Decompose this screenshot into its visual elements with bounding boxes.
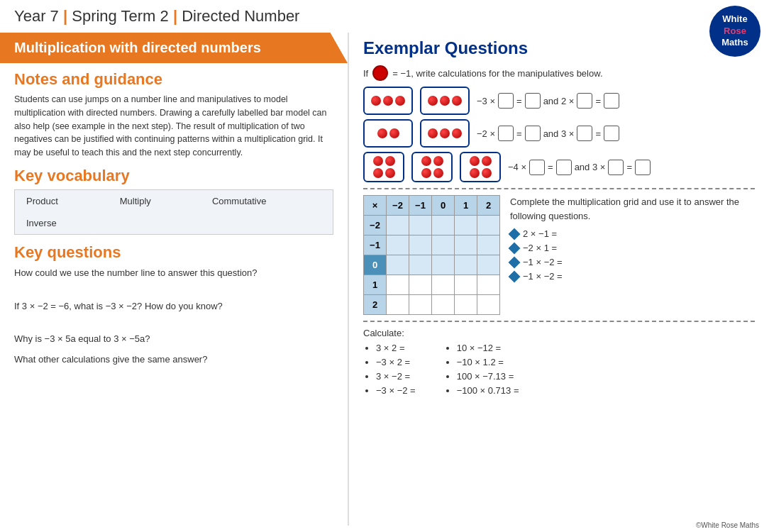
grid-cell[interactable] (409, 275, 432, 295)
input-box-2d[interactable] (604, 126, 619, 141)
input-box-3d[interactable] (635, 160, 651, 175)
grid-cell[interactable] (387, 275, 409, 295)
separator1: | (63, 7, 67, 25)
vocab-title: Key vocabulary (14, 167, 333, 185)
dot (452, 128, 462, 138)
grid-cell[interactable] (432, 235, 455, 255)
manip-row-3: −4 × = and 3 × = (363, 152, 755, 182)
calc-item-r1: 10 × −12 = (457, 343, 519, 353)
grid-row-2: 2 (364, 295, 387, 315)
grid-cell[interactable] (432, 255, 455, 275)
main-content: Multiplication with directed numbers Not… (0, 33, 769, 526)
grid-cell[interactable] (387, 255, 409, 275)
calc-item-l4: −3 × −2 = (376, 385, 416, 396)
grid-cell[interactable] (432, 275, 455, 295)
topic-banner: Multiplication with directed numbers (0, 33, 348, 63)
calc-item-r4: −100 × 0.713 = (457, 385, 519, 396)
dot (433, 168, 443, 178)
calc-columns: 3 × 2 = −3 × 2 = 3 × −2 = −3 × −2 = 10 ×… (363, 343, 755, 399)
eq3-label: −4 × (508, 162, 526, 172)
grid-section: × −2 −1 0 1 2 −2 −1 (363, 195, 755, 315)
dot (482, 156, 492, 166)
key-q1: How could we use the number line to answ… (14, 266, 333, 281)
grid-cell[interactable] (477, 216, 500, 235)
dot (428, 96, 438, 106)
eq1-equals2: = (595, 96, 601, 106)
grid-cell[interactable] (455, 255, 477, 275)
eq1-label: −3 × (477, 96, 495, 106)
dot (377, 128, 387, 138)
grid-cell[interactable] (387, 235, 409, 255)
grid-cell[interactable] (455, 275, 477, 295)
grid-questions-panel: Complete the multiplication grid and use… (510, 195, 755, 315)
grid-cell[interactable] (409, 216, 432, 235)
grid-cell[interactable] (477, 235, 500, 255)
calc-item-r2: −10 × 1.2 = (457, 357, 519, 367)
footer: ©White Rose Maths (696, 521, 759, 529)
calc-item-l1: 3 × 2 = (376, 343, 416, 353)
term-label: Spring Term 2 (72, 7, 169, 25)
input-box-3a[interactable] (529, 160, 545, 175)
grid-cell[interactable] (432, 295, 455, 315)
input-box-2c[interactable] (577, 126, 592, 141)
dot-box-1a (363, 87, 413, 115)
input-box-1c[interactable] (577, 93, 592, 109)
manip-row-1: −3 × = and 2 × = (363, 87, 755, 115)
grid-cell[interactable] (387, 295, 409, 315)
input-box-1b[interactable] (525, 93, 541, 109)
eq3-and: and 3 × (575, 162, 606, 172)
grid-cell[interactable] (477, 275, 500, 295)
grid-cell[interactable] (409, 295, 432, 315)
vocab-table: Product Multiply Commutative Inverse (14, 189, 333, 235)
diamond-icon-2 (509, 242, 521, 254)
grid-header-n1: −1 (409, 196, 432, 216)
calculate-section: Calculate: 3 × 2 = −3 × 2 = 3 × −2 = −3 … (363, 328, 755, 399)
input-box-1d[interactable] (604, 93, 619, 109)
circle-value-label: = −1, write calculations for the manipul… (392, 68, 602, 79)
dot-box-3a (363, 152, 404, 182)
grid-cell[interactable] (432, 216, 455, 235)
grid-cell[interactable] (477, 295, 500, 315)
grid-cell[interactable] (455, 295, 477, 315)
grid-cell[interactable] (477, 255, 500, 275)
notes-title: Notes and guidance (14, 70, 333, 89)
key-q2: If 3 × −2 = −6, what is −3 × −2? How do … (14, 299, 333, 314)
grid-q4-text: −1 × −2 = (523, 271, 563, 282)
dot (421, 168, 431, 178)
exemplar-title: Exemplar Questions (363, 38, 755, 58)
topic-banner-title: Multiplication with directed numbers (14, 40, 333, 56)
grid-cell[interactable] (409, 255, 432, 275)
grid-cell[interactable] (455, 216, 477, 235)
diamond-icon-3 (509, 256, 521, 268)
diamond-icon-4 (509, 270, 521, 282)
calc-list-right: 10 × −12 = −10 × 1.2 = 100 × −7.13 = −10… (444, 343, 519, 396)
dot (385, 168, 395, 178)
grid-header-0: 0 (432, 196, 455, 216)
wrm-logo: White Rose Maths (709, 6, 760, 57)
eq-row3: −4 × = and 3 × = (508, 160, 651, 175)
calc-item-r3: 100 × −7.13 = (457, 371, 519, 382)
grid-cell[interactable] (455, 235, 477, 255)
red-circle-icon (372, 65, 388, 81)
manip-row-2: −2 × = and 3 × = (363, 119, 755, 148)
eq1-and: and 2 × (543, 96, 575, 106)
grid-row-n1: −1 (364, 235, 387, 255)
logo-rose: Rose (724, 26, 746, 38)
input-box-1a[interactable] (498, 93, 514, 109)
eq-row1: −3 × = and 2 × = (477, 93, 619, 109)
left-inner: Notes and guidance Students can use jump… (0, 70, 348, 367)
vocab-commutative: Commutative (201, 189, 333, 212)
grid-header-x: × (364, 196, 387, 216)
input-box-2a[interactable] (498, 126, 514, 141)
input-box-2b[interactable] (525, 126, 541, 141)
calc-col-right: 10 × −12 = −10 × 1.2 = 100 × −7.13 = −10… (444, 343, 519, 399)
input-box-3b[interactable] (556, 160, 572, 175)
calculate-label: Calculate: (363, 328, 755, 338)
grid-q-item-1: 2 × −1 = (510, 228, 755, 239)
grid-row-0: 0 (364, 255, 387, 275)
grid-cell[interactable] (387, 216, 409, 235)
input-box-3c[interactable] (608, 160, 624, 175)
dot (389, 128, 399, 138)
grid-cell[interactable] (409, 235, 432, 255)
dot (373, 168, 383, 178)
